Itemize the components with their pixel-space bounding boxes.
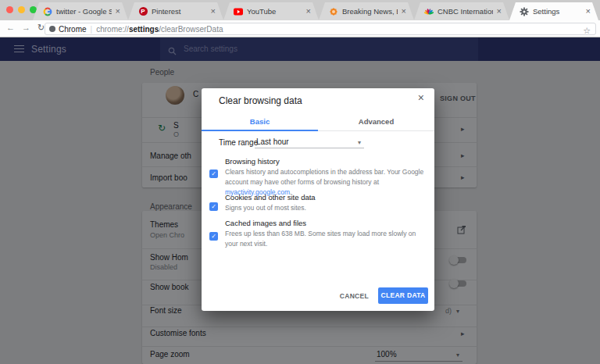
tab-close-icon[interactable]: × [586, 7, 591, 16]
url-host: settings [129, 25, 159, 34]
site-info-icon[interactable] [49, 26, 55, 32]
back-icon[interactable]: ← [6, 23, 15, 32]
tab-title: CNBC International – Wor [438, 7, 493, 16]
tab-close-icon[interactable]: × [306, 7, 311, 16]
youtube-favicon-icon [234, 7, 243, 16]
window-controls [6, 6, 37, 13]
minimize-window-button[interactable] [18, 6, 25, 13]
cnbc-peacock-favicon-icon [424, 7, 434, 16]
item-title: Cookies and other site data [225, 193, 430, 202]
cancel-button[interactable]: CANCEL [340, 292, 369, 300]
tab-google-search[interactable]: twitter - Google Search × [33, 2, 128, 20]
item-desc: Signs you out of most sites. [225, 203, 430, 213]
dialog-tabs: Basic Advanced [202, 112, 434, 131]
tab-breaking-news[interactable]: Breaking News, Business × [319, 2, 414, 20]
time-range-value: Last hour [256, 137, 289, 146]
reload-icon[interactable]: ↻ [38, 23, 45, 33]
close-window-button[interactable] [6, 6, 13, 13]
tab-close-icon[interactable]: × [497, 7, 502, 16]
tab-settings[interactable]: Settings × [509, 2, 598, 20]
cookies-item: Cookies and other site data Signs you ou… [225, 193, 430, 213]
browsing-history-checkbox[interactable]: ✓ [209, 170, 218, 178]
item-desc: Frees up less than 638 MB. Some sites ma… [225, 229, 430, 249]
google-favicon-icon [43, 7, 52, 16]
tab-basic[interactable]: Basic [202, 112, 318, 130]
browser-window: twitter - Google Search × P Pinterest × … [0, 0, 600, 364]
clear-data-button[interactable]: CLEAR DATA [378, 287, 428, 304]
gear-icon [520, 7, 529, 16]
tab-strip: twitter - Google Search × P Pinterest × … [0, 0, 600, 20]
tab-close-icon[interactable]: × [211, 7, 216, 16]
tab-close-icon[interactable]: × [402, 7, 406, 16]
tab-close-icon[interactable]: × [116, 7, 120, 16]
dropdown-caret-icon: ▾ [358, 139, 361, 146]
active-tab-underline [202, 130, 318, 131]
tab-title: Settings [533, 7, 582, 16]
forward-icon[interactable]: → [22, 23, 30, 32]
cookies-checkbox[interactable]: ✓ [209, 202, 218, 211]
tab-pinterest[interactable]: P Pinterest × [128, 2, 223, 20]
bookmark-star-icon[interactable]: ☆ [583, 27, 591, 35]
tab-title: twitter - Google Search [56, 7, 112, 16]
cached-images-item: Cached images and files Frees up less th… [225, 219, 430, 249]
tab-cnbc[interactable]: CNBC International – Wor × [414, 2, 509, 20]
close-icon[interactable]: × [418, 92, 424, 103]
clear-browsing-data-dialog: Clear browsing data × Basic Advanced Tim… [202, 88, 434, 311]
item-title: Browsing history [225, 157, 430, 166]
browser-toolbar: ← → ↻ Chrome | chrome:// settings /clear… [0, 20, 600, 37]
browsing-history-item: Browsing history Clears history and auto… [225, 157, 430, 198]
site-chip-label: Chrome [59, 25, 87, 34]
tab-title: Breaking News, Business [342, 7, 398, 16]
pinterest-favicon-icon: P [138, 7, 148, 16]
cached-images-checkbox[interactable]: ✓ [209, 232, 218, 241]
news-sunburst-favicon-icon [329, 7, 338, 16]
desc-text: Clears history and autocompletions in th… [225, 168, 423, 186]
address-bar[interactable]: Chrome | chrome:// settings /clearBrowse… [45, 23, 596, 35]
tab-youtube[interactable]: YouTube × [223, 2, 319, 20]
tab-title: Pinterest [152, 7, 207, 16]
url-path: /clearBrowserData [159, 25, 223, 34]
chip-separator: | [91, 25, 93, 34]
tab-title: YouTube [247, 7, 302, 16]
time-range-select[interactable]: Last hour ▾ [255, 135, 364, 148]
tab-advanced[interactable]: Advanced [318, 112, 434, 130]
url-prefix: chrome:// [96, 25, 129, 34]
dialog-title: Clear browsing data [219, 95, 302, 106]
time-range-label: Time range [219, 138, 258, 147]
item-title: Cached images and files [225, 219, 430, 227]
